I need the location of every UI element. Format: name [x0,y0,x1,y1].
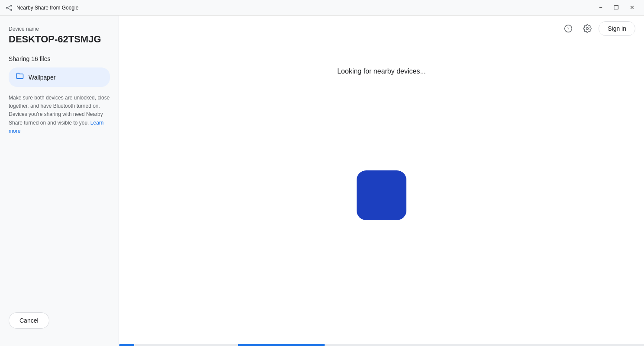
bottom-progress-bar [119,344,644,346]
svg-point-0 [6,7,8,9]
sharing-label: Sharing 16 files [9,55,110,62]
right-content: Looking for nearby devices... [119,42,644,346]
svg-point-1 [10,5,12,6]
device-name: DESKTOP-62TSMJG [9,34,110,45]
title-bar-controls: − ❐ ✕ [594,2,639,14]
file-item[interactable]: Wallpaper [9,67,110,87]
progress-segment-2 [238,344,325,346]
svg-line-4 [8,8,10,10]
device-name-label: Device name [9,26,110,32]
help-button[interactable]: ? [560,21,576,36]
left-top: Device name DESKTOP-62TSMJG Sharing 16 f… [9,26,110,135]
svg-text:?: ? [567,26,570,32]
svg-line-3 [8,6,10,7]
settings-button[interactable] [580,21,595,36]
right-header: ? Sign in [119,16,644,42]
file-icon [16,72,24,83]
blue-square-animation [357,170,406,220]
cancel-button[interactable]: Cancel [9,312,49,329]
sign-in-button[interactable]: Sign in [599,21,635,36]
main-layout: Device name DESKTOP-62TSMJG Sharing 16 f… [0,16,644,346]
svg-point-2 [10,9,12,11]
right-panel: ? Sign in Looking for nearby devices... [119,16,644,346]
nearby-share-icon [5,4,13,12]
close-button[interactable]: ✕ [625,2,639,14]
left-panel: Device name DESKTOP-62TSMJG Sharing 16 f… [0,16,119,346]
restore-button[interactable]: ❐ [609,2,623,14]
info-text: Make sure both devices are unlocked, clo… [9,94,110,135]
file-name: Wallpaper [29,74,56,81]
left-bottom: Cancel [9,312,110,336]
title-bar-title: Nearby Share from Google [16,5,78,11]
title-bar-left: Nearby Share from Google [5,4,78,12]
minimize-button[interactable]: − [594,2,608,14]
progress-segment-1 [119,344,134,346]
looking-text: Looking for nearby devices... [337,67,426,75]
title-bar: Nearby Share from Google − ❐ ✕ [0,0,644,16]
